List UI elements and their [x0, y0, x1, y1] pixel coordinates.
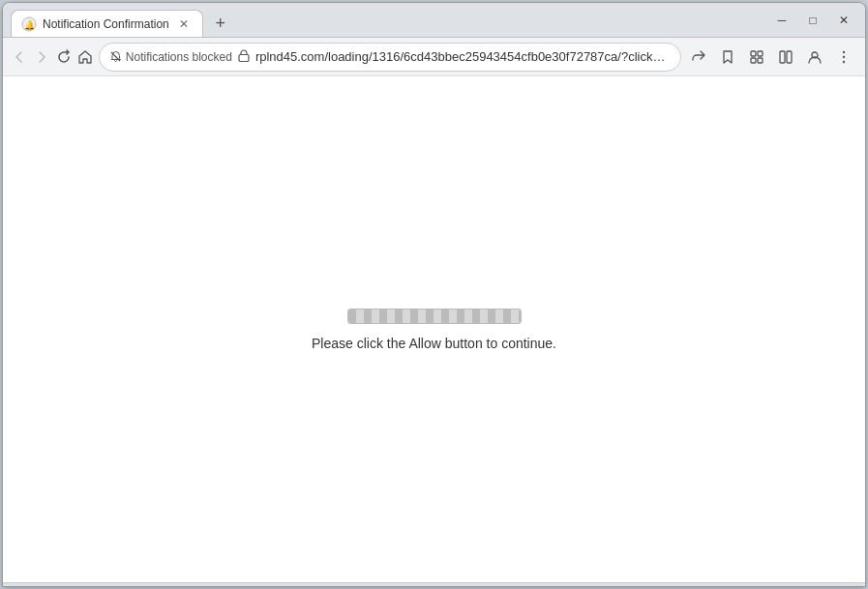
address-bar[interactable]: Notifications blocked rplnd45.com/loadin… [99, 43, 681, 72]
svg-point-12 [843, 55, 845, 57]
lock-icon [238, 49, 250, 65]
progress-bar [347, 309, 522, 324]
page-content: Please click the Allow button to continu… [3, 76, 865, 582]
active-tab[interactable]: 🔔 Notification Confirmation ✕ [11, 10, 203, 37]
svg-rect-6 [751, 58, 756, 63]
maximize-button[interactable]: □ [799, 7, 826, 34]
progress-bar-stripes [348, 309, 521, 323]
notifications-blocked-indicator[interactable]: Notifications blocked [109, 50, 232, 64]
page-message: Please click the Allow button to continu… [312, 336, 556, 351]
tab-favicon: 🔔 [21, 16, 37, 32]
notifications-blocked-text: Notifications blocked [126, 50, 232, 64]
window-controls: ─ □ ✕ [768, 7, 857, 34]
forward-button[interactable] [33, 44, 51, 71]
tab-title: Notification Confirmation [43, 17, 169, 31]
status-bar [3, 582, 865, 586]
svg-rect-8 [780, 51, 785, 63]
svg-point-13 [843, 60, 845, 62]
tab-close-button[interactable]: ✕ [175, 15, 193, 33]
bell-blocked-icon [109, 50, 122, 63]
home-button[interactable] [76, 44, 95, 71]
minimize-button[interactable]: ─ [768, 7, 795, 34]
share-button[interactable] [685, 44, 712, 71]
tabs-area: 🔔 Notification Confirmation ✕ + [11, 3, 761, 37]
svg-rect-9 [787, 51, 792, 63]
svg-text:🔔: 🔔 [24, 19, 36, 31]
bookmark-button[interactable] [714, 44, 741, 71]
svg-point-11 [843, 50, 845, 52]
svg-rect-7 [758, 58, 763, 63]
svg-rect-5 [758, 51, 763, 56]
nav-actions [685, 44, 857, 71]
new-tab-button[interactable]: + [207, 10, 234, 37]
close-button[interactable]: ✕ [830, 7, 857, 34]
nav-bar: Notifications blocked rplnd45.com/loadin… [3, 38, 865, 76]
split-button[interactable] [772, 44, 799, 71]
refresh-button[interactable] [54, 44, 73, 71]
url-text: rplnd45.com/loading/1316/6cd43bbec259434… [255, 49, 671, 64]
profile-button[interactable] [801, 44, 828, 71]
browser-window: 🔔 Notification Confirmation ✕ + ─ □ ✕ [2, 2, 866, 587]
title-bar: 🔔 Notification Confirmation ✕ + ─ □ ✕ [3, 3, 865, 38]
menu-button[interactable] [830, 44, 857, 71]
back-button[interactable] [11, 44, 29, 71]
svg-rect-4 [751, 51, 756, 56]
svg-rect-3 [239, 54, 249, 61]
extensions-button[interactable] [743, 44, 770, 71]
